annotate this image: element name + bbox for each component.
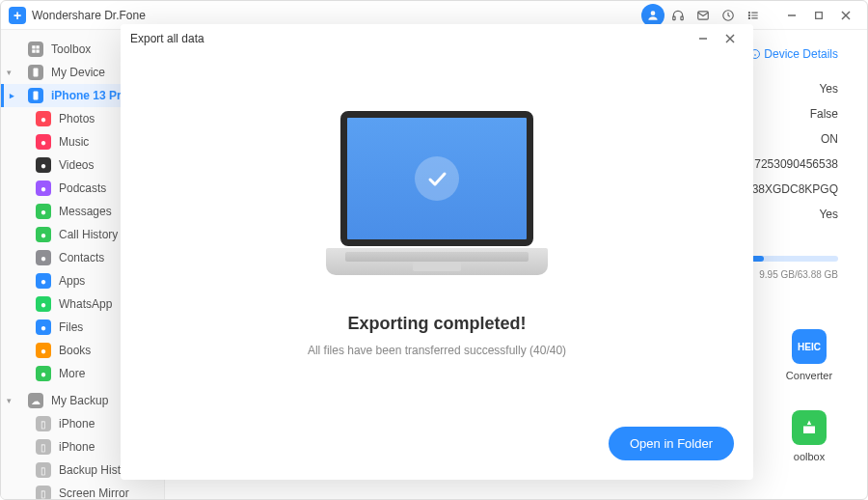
checkmark-icon — [415, 156, 459, 201]
category-icon: ● — [36, 296, 51, 312]
svg-rect-1 — [673, 16, 675, 20]
tool-card-converter[interactable]: HEIC Converter — [780, 329, 838, 381]
app-logo: + — [9, 7, 26, 24]
svg-point-0 — [651, 11, 656, 15]
open-in-folder-button[interactable]: Open in Folder — [609, 427, 734, 460]
account-icon[interactable] — [641, 4, 665, 27]
category-icon: ● — [36, 319, 51, 335]
sidebar-item-label: Call History — [59, 228, 118, 241]
device-icon: ▯ — [36, 416, 51, 431]
sidebar-item-label: Contacts — [59, 251, 104, 264]
modal-minimize-button[interactable] — [690, 27, 717, 50]
device-icon: ▯ — [36, 462, 51, 478]
modal-subtext: All files have been transferred successf… — [308, 344, 566, 357]
storage-text: 9.95 GB/63.88 GB — [759, 269, 838, 280]
detail-value: 38XGDC8KPGQ — [752, 177, 838, 202]
category-icon: ● — [36, 111, 51, 126]
close-button[interactable] — [832, 4, 859, 27]
toolbox-icon — [792, 410, 827, 445]
detail-value: Yes — [752, 76, 838, 101]
headset-icon[interactable] — [666, 4, 690, 27]
sidebar-item-label: Screen Mirror — [59, 486, 129, 499]
menu-icon[interactable] — [742, 4, 765, 27]
chevron-right-icon: ▸ — [10, 91, 14, 100]
sidebar-item-label: Videos — [59, 158, 94, 172]
chevron-down-icon: ▾ — [7, 396, 12, 405]
sidebar-item-label: iPhone — [59, 417, 95, 431]
sidebar-item-label: Photos — [59, 112, 95, 125]
category-icon: ● — [36, 273, 51, 289]
laptop-illustration — [326, 111, 548, 275]
sidebar-item-label: Music — [59, 135, 89, 149]
chevron-down-icon: ▾ — [7, 68, 12, 77]
sidebar-item-label: Apps — [59, 274, 85, 288]
category-icon: ● — [36, 227, 51, 242]
svg-point-9 — [748, 17, 749, 18]
category-icon: ● — [36, 204, 51, 219]
detail-value: Yes — [752, 202, 838, 227]
export-modal: Export all data Exporting completed! All… — [121, 24, 753, 480]
mail-icon[interactable] — [692, 4, 715, 27]
svg-rect-15 — [34, 69, 39, 77]
device-details-link[interactable]: Device Details — [749, 47, 838, 61]
sidebar-item-label: More — [59, 367, 85, 380]
device-icon: ▯ — [36, 439, 51, 455]
heic-icon: HEIC — [792, 329, 827, 364]
category-icon: ● — [36, 181, 51, 196]
sidebar-item-label: Files — [59, 320, 83, 334]
modal-heading: Exporting completed! — [347, 314, 526, 334]
category-icon: ● — [36, 343, 51, 358]
category-icon: ● — [36, 134, 51, 150]
detail-value: 7253090456538 — [752, 152, 838, 177]
sidebar-item-label: My Device — [51, 66, 105, 79]
modal-body: Exporting completed! All files have been… — [121, 53, 753, 415]
category-icon: ● — [36, 250, 51, 265]
svg-rect-12 — [816, 12, 823, 18]
modal-close-button[interactable] — [717, 27, 744, 50]
sidebar-item-label: WhatsApp — [59, 297, 112, 311]
minimize-button[interactable] — [778, 4, 805, 27]
device-icon: ▯ — [36, 486, 51, 499]
device-details-values: YesFalseON725309045653838XGDC8KPGQYes — [752, 76, 838, 227]
svg-point-5 — [748, 12, 749, 13]
sidebar-item-label: Toolbox — [51, 42, 91, 56]
category-icon: ● — [36, 366, 51, 381]
storage-bar — [751, 256, 838, 262]
sidebar-item-label: Messages — [59, 205, 112, 218]
history-icon[interactable] — [717, 4, 740, 27]
detail-value: ON — [752, 126, 838, 152]
modal-title: Export all data — [130, 32, 204, 45]
sidebar-item-label: Podcasts — [59, 181, 106, 195]
app-title: Wondershare Dr.Fone — [32, 9, 146, 22]
modal-header: Export all data — [121, 24, 753, 53]
sidebar-backup-item[interactable]: ▯Screen Mirror — [1, 482, 164, 499]
svg-rect-16 — [34, 92, 39, 100]
svg-rect-2 — [681, 16, 683, 20]
sidebar-item-label: iPhone — [59, 440, 95, 454]
svg-point-7 — [748, 14, 749, 15]
sidebar-item-label: Books — [59, 344, 91, 357]
maximize-button[interactable] — [805, 4, 832, 27]
sidebar-item-label: My Backup — [51, 394, 108, 407]
detail-value: False — [752, 101, 838, 126]
category-icon: ● — [36, 157, 51, 173]
tool-card-toolbox[interactable]: oolbox — [780, 410, 838, 462]
